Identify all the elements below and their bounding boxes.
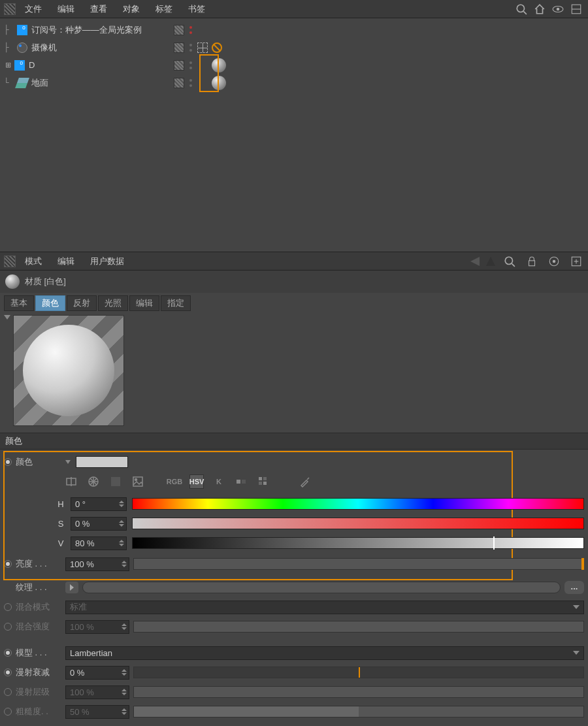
tab-basic[interactable]: 基本 <box>4 295 34 311</box>
tree-row[interactable]: ├ 摄像机 <box>4 39 588 56</box>
search-icon[interactable] <box>515 3 527 15</box>
layer-tag-icon[interactable] <box>174 78 184 88</box>
blend-mode-dropdown[interactable]: 标准 <box>65 601 584 614</box>
texture-field[interactable] <box>82 582 561 593</box>
picker-mode-spectrum-icon[interactable] <box>108 474 123 489</box>
visibility-dots[interactable] <box>188 60 193 71</box>
rgb-mode-button[interactable]: RGB <box>167 474 182 489</box>
kelvin-mode-button[interactable]: K <box>212 474 226 489</box>
diffuse-levels-field[interactable]: 100 % <box>65 685 129 699</box>
layer-tag-icon[interactable] <box>174 60 184 71</box>
forbidden-icon[interactable] <box>212 42 222 53</box>
back-arrow-icon[interactable] <box>470 257 480 266</box>
layer-tag-icon[interactable] <box>174 25 184 35</box>
floor-icon <box>15 78 29 88</box>
layer-icon <box>17 25 27 35</box>
svg-point-23 <box>135 479 137 481</box>
v-value-field[interactable]: 80 % <box>71 536 127 550</box>
svg-point-10 <box>553 259 556 263</box>
channel-bullet[interactable] <box>4 603 12 611</box>
object-label: 摄像机 <box>31 42 57 54</box>
menu-edit2[interactable]: 编辑 <box>51 254 81 269</box>
tab-reflection[interactable]: 反射 <box>67 295 97 311</box>
eye-icon[interactable] <box>552 3 564 15</box>
channel-bullet[interactable] <box>4 623 12 631</box>
menu-view[interactable]: 查看 <box>84 1 114 17</box>
tab-illumination[interactable]: 光照 <box>98 295 128 311</box>
panel-drag-icon[interactable] <box>4 256 16 267</box>
blend-mode-label: 混合模式 <box>16 601 61 613</box>
material-tag-icon[interactable] <box>212 76 226 90</box>
layer-tag-icon[interactable] <box>174 42 184 53</box>
menu-tags[interactable]: 标签 <box>149 1 179 17</box>
material-tag-icon[interactable] <box>212 58 226 73</box>
channel-bullet[interactable] <box>4 649 12 657</box>
tree-row[interactable]: └ 地面 <box>4 74 588 91</box>
picker-mode-wheel-icon[interactable] <box>86 474 101 489</box>
target-icon[interactable] <box>548 256 560 267</box>
value-slider[interactable] <box>132 537 584 549</box>
tree-row[interactable]: ⊞ D <box>4 56 588 74</box>
visibility-dots[interactable] <box>188 25 193 35</box>
tab-color[interactable]: 颜色 <box>35 295 65 311</box>
s-value-field[interactable]: 0 % <box>71 517 127 531</box>
blend-strength-field[interactable]: 100 % <box>65 620 129 634</box>
channel-bullet[interactable] <box>4 560 12 568</box>
tab-assign[interactable]: 指定 <box>161 295 191 311</box>
tree-row[interactable]: ├ 订阅号：种梦——全局光案例 <box>4 21 588 39</box>
tab-edit[interactable]: 编辑 <box>129 295 159 311</box>
picker-mode-image-icon[interactable] <box>131 474 145 489</box>
saturation-slider[interactable] <box>132 518 584 529</box>
menu-bookmarks[interactable]: 书签 <box>182 1 212 17</box>
dropdown-triangle-icon[interactable] <box>65 460 71 464</box>
lock-icon[interactable] <box>526 256 538 267</box>
h-value-field[interactable]: 0 ° <box>71 497 127 511</box>
attribute-panel-menubar: 模式 编辑 用户数据 <box>0 252 588 271</box>
crosshair-tag-icon[interactable] <box>197 42 208 53</box>
diffuse-falloff-slider[interactable] <box>133 667 584 678</box>
layout-icon[interactable] <box>570 3 582 15</box>
texture-expand-button[interactable] <box>65 582 78 593</box>
material-preview[interactable] <box>13 315 124 426</box>
collapse-triangle-icon[interactable] <box>4 315 10 320</box>
mixer-icon[interactable] <box>234 474 248 489</box>
hsv-mode-button[interactable]: HSV <box>189 474 204 489</box>
color-swatch[interactable] <box>76 456 128 468</box>
texture-more-button[interactable]: ... <box>564 581 584 594</box>
blend-strength-slider[interactable] <box>133 621 584 633</box>
roughness-field[interactable]: 50 % <box>65 705 129 719</box>
section-header-color: 颜色 <box>0 433 588 450</box>
roughness-slider[interactable] <box>133 706 584 718</box>
channel-bullet[interactable] <box>4 688 12 696</box>
channel-bullet[interactable] <box>4 708 12 716</box>
channel-bullet[interactable] <box>4 668 12 676</box>
expand-icon[interactable]: ⊞ <box>4 61 12 69</box>
svg-rect-28 <box>259 482 262 485</box>
channel-bullet[interactable] <box>4 458 12 466</box>
visibility-dots[interactable] <box>188 78 193 88</box>
brightness-field[interactable]: 100 % <box>65 557 129 571</box>
brightness-label: 亮度 . . . <box>16 558 61 570</box>
menu-mode[interactable]: 模式 <box>18 254 48 269</box>
svg-line-1 <box>523 11 527 14</box>
brightness-slider[interactable] <box>133 558 584 570</box>
hue-slider[interactable] <box>132 498 584 510</box>
swatches-icon[interactable] <box>256 474 270 489</box>
diffuse-falloff-label: 漫射衰减 <box>16 667 61 678</box>
menu-file[interactable]: 文件 <box>18 1 48 17</box>
home-icon[interactable] <box>534 3 546 15</box>
diffuse-levels-slider[interactable] <box>133 686 584 698</box>
up-arrow-icon[interactable] <box>486 257 495 266</box>
menu-object[interactable]: 对象 <box>116 1 146 17</box>
search-icon[interactable] <box>504 256 515 267</box>
menu-userdata[interactable]: 用户数据 <box>84 254 131 269</box>
eyedropper-icon[interactable] <box>298 474 312 489</box>
menu-edit[interactable]: 编辑 <box>51 1 81 17</box>
visibility-dots[interactable] <box>188 42 193 53</box>
panel-drag-icon[interactable] <box>4 3 16 15</box>
new-tab-icon[interactable] <box>570 256 582 267</box>
model-dropdown[interactable]: Lambertian <box>65 646 584 660</box>
picker-mode-slider-icon[interactable] <box>64 474 78 489</box>
h-label: H <box>56 499 65 509</box>
diffuse-falloff-field[interactable]: 0 % <box>65 666 129 680</box>
